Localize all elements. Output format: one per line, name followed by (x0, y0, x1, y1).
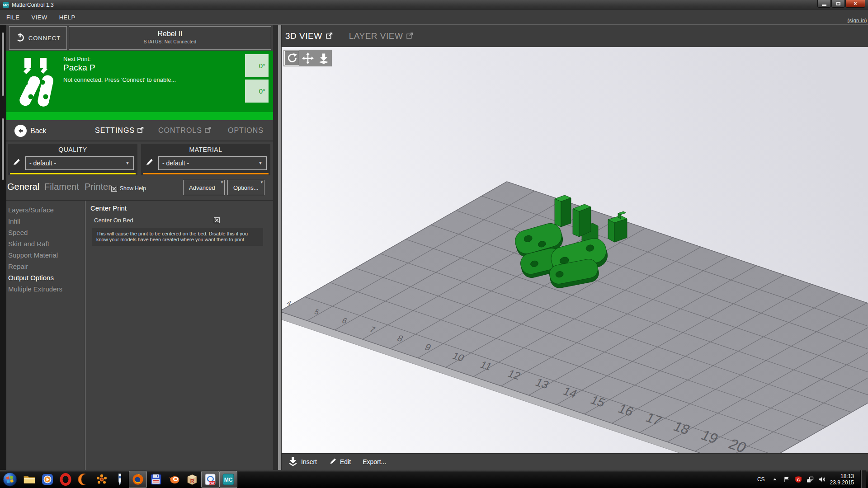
settings-nav-item[interactable]: Speed (7, 227, 83, 238)
connect-button[interactable]: CONNECT (9, 26, 67, 50)
menu-help[interactable]: HELP (59, 14, 75, 21)
menu-view[interactable]: VIEW (31, 14, 47, 21)
rotate-tool-button[interactable] (284, 51, 299, 66)
settings-category-list: Layers/SurfaceInfillSpeedSkirt and RaftS… (7, 204, 83, 295)
menu-file[interactable]: FILE (6, 14, 19, 21)
taskbar-clock[interactable]: 18:13 23.9.2015 (830, 473, 856, 486)
taskbar-icon-firefox[interactable] (129, 471, 147, 488)
taskbar-icon-folder-app[interactable] (20, 471, 38, 488)
volume-icon[interactable] (818, 476, 826, 483)
splitter-handle[interactable] (278, 25, 281, 470)
start-button[interactable] (2, 472, 18, 487)
divider (6, 141, 273, 141)
next-print-name: Packa P (63, 63, 95, 73)
taskbar-icon-audio-app[interactable] (75, 471, 93, 488)
setting-group-title: Center Print (90, 201, 270, 212)
printer-status: STATUS: Not Connected (69, 39, 271, 44)
tab-layer-view[interactable]: LAYER VIEW (349, 31, 414, 41)
3d-canvas[interactable]: 4567891011121314151617181920 (282, 47, 868, 453)
setting-help-text: This will cause the print to be centered… (92, 228, 263, 246)
export-button[interactable]: Export... (363, 458, 386, 465)
taskbar-icon-opera-browser[interactable] (57, 471, 75, 488)
desktop: MC MatterControl 1.3 × FILE VIEW HELP (s… (0, 0, 868, 488)
view-panel: 3D VIEW LAYER VIEW 456789101112131415161… (282, 25, 868, 470)
material-title: MATERIAL (141, 144, 270, 153)
mattercontrol-logo-icon: MC (3, 2, 9, 8)
tab-printer[interactable]: Printer (85, 182, 111, 192)
clock-time: 18:13 (830, 473, 854, 479)
chevron-down-icon: ▼ (258, 160, 263, 165)
taskbar-icon-pen-tool[interactable] (111, 471, 129, 488)
material-dropdown[interactable]: - default - ▼ (158, 156, 267, 170)
settings-tab-row: General Filament Printer Show Help Advan… (6, 178, 273, 200)
taskbar-icon-media-player[interactable] (38, 471, 57, 488)
antivirus-shield-icon[interactable]: C (795, 476, 802, 483)
quality-dropdown[interactable]: - default - ▼ (25, 156, 134, 170)
window-titlebar[interactable]: MC MatterControl 1.3 × (0, 0, 868, 10)
chevron-down-icon: ▼ (260, 180, 264, 184)
insert-icon (288, 456, 298, 468)
svg-text:MC: MC (224, 477, 233, 483)
maximize-button[interactable] (831, 0, 845, 8)
settings-nav-item[interactable]: Support Material (7, 249, 83, 261)
sign-in-link[interactable]: (sign in) (847, 18, 867, 23)
tab-3d-view[interactable]: 3D VIEW (285, 31, 333, 41)
action-center-flag-icon[interactable] (783, 476, 790, 483)
queue-side-strip (0, 25, 6, 470)
menu-bar: FILE VIEW HELP (sign in) (0, 10, 868, 25)
settings-nav-item[interactable]: Layers/Surface (7, 204, 83, 216)
move-tool-button[interactable] (300, 51, 315, 66)
side-scrollbar-handle[interactable] (2, 118, 4, 180)
back-button[interactable]: Back (14, 125, 47, 137)
edit-pencil-icon[interactable] (145, 158, 155, 169)
side-scrollbar-handle[interactable] (2, 33, 4, 96)
edit-pencil-icon[interactable] (12, 158, 22, 169)
settings-nav-item[interactable]: Output Options (7, 272, 83, 283)
printer-selector[interactable]: Rebel II STATUS: Not Connected (69, 26, 271, 50)
svg-text:C: C (797, 477, 800, 482)
divider (85, 201, 85, 470)
print-queue-panel[interactable]: Next Print: Packa P Not connected. Press… (6, 51, 273, 120)
taskbar-icon-file-manager[interactable] (147, 471, 165, 488)
scale-tool-button[interactable] (316, 51, 331, 66)
taskbar-icon-blender[interactable] (165, 471, 183, 488)
minimize-button[interactable] (817, 0, 831, 8)
settings-nav-item[interactable]: Infill (7, 216, 83, 227)
extruder-temperature[interactable]: 0° (245, 54, 269, 77)
center-on-bed-checkbox[interactable] (214, 217, 220, 223)
taskbar-icon-r-toolbox[interactable]: R (183, 471, 201, 488)
network-icon[interactable] (807, 476, 814, 483)
panel-nav: Back SETTINGS CONTROLS OPTIONS (6, 121, 273, 141)
settings-nav-item[interactable]: Repair (7, 261, 83, 272)
tab-options[interactable]: OPTIONS (228, 127, 264, 135)
settings-nav-item[interactable]: Skirt and Raft (7, 238, 83, 249)
tab-general[interactable]: General (7, 182, 39, 192)
insert-button[interactable]: Insert (288, 456, 317, 468)
taskbar-icon-pdf-viewer[interactable]: PDF (201, 471, 219, 488)
show-help-checkbox[interactable]: Show Help (111, 185, 146, 192)
queue-item[interactable]: Next Print: Packa P Not connected. Press… (6, 51, 273, 112)
quality-preset-box: QUALITY - default - ▼ (8, 144, 137, 175)
taskbar-icon-photo-viewer[interactable] (93, 471, 111, 488)
tab-filament[interactable]: Filament (44, 182, 79, 192)
edit-button[interactable]: Edit (329, 457, 351, 467)
popout-icon (326, 31, 333, 41)
language-indicator[interactable]: CS (755, 476, 767, 483)
svg-text:PDF: PDF (209, 481, 215, 484)
queue-status-message: Not connected. Press 'Connect' to enable… (63, 76, 176, 83)
queue-progress-strip (6, 112, 273, 120)
bed-temperature[interactable]: 0° (245, 80, 269, 103)
advanced-button[interactable]: Advanced ▼ (183, 180, 225, 195)
setting-detail-panel: Center Print Center On Bed This will cau… (90, 201, 270, 470)
settings-nav-item[interactable]: Multiple Extruders (7, 283, 83, 295)
tab-controls[interactable]: CONTROLS (158, 127, 211, 135)
options-button[interactable]: Options... ▼ (227, 180, 264, 195)
setting-label: Center On Bed (94, 217, 133, 224)
taskbar-icon-mattercontrol[interactable]: MC (219, 471, 237, 488)
show-desktop-button[interactable] (860, 470, 866, 488)
close-button[interactable]: × (845, 0, 865, 8)
printer-name: Rebel II (69, 30, 271, 38)
hidden-icons-arrow[interactable] (771, 476, 778, 483)
quality-title: QUALITY (8, 144, 137, 153)
tab-settings[interactable]: SETTINGS (95, 127, 144, 135)
